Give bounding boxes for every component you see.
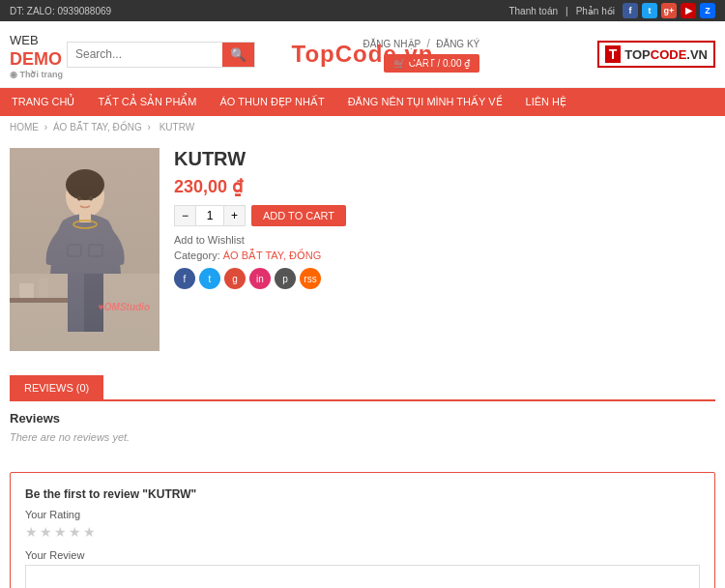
qty-cart-row: − + ADD TO CART [174,205,715,226]
svg-rect-7 [79,211,91,222]
nav-item-home[interactable]: TRANG CHỦ [0,88,86,116]
add-to-cart-button[interactable]: ADD TO CART [251,205,346,226]
rating-label: Your Rating [25,509,700,520]
product-image: ♥OMStudio [10,148,160,351]
svg-rect-4 [39,279,48,298]
product-image-svg [10,148,160,351]
share-twitter-icon[interactable]: t [199,268,220,289]
reviews-tab-item[interactable]: REVIEWS (0) [10,375,103,399]
review-form-box: Be the first to review "KUTRW" Your Rati… [10,472,715,588]
product-name: KUTRW [174,148,715,170]
product-price: 230,00 ₫ [174,176,715,197]
share-facebook-icon[interactable]: f [174,268,195,289]
star-4[interactable]: ★ [69,524,81,540]
category-link[interactable]: ÁO BẮT TAY, ĐỒNG [223,250,322,261]
no-reviews-text: There are no reviews yet. [10,431,715,443]
svg-point-8 [73,220,97,228]
breadcrumb: HOME › ÁO BẮT TAY, ĐỒNG › KUTRW [0,116,725,138]
star-3[interactable]: ★ [54,524,67,540]
topcode-brand-text: TOPCODE.VN [624,47,708,62]
breadcrumb-category[interactable]: ÁO BẮT TAY, ĐỒNG [53,122,142,132]
svg-point-11 [77,196,81,201]
star-2[interactable]: ★ [40,524,52,540]
share-rss-icon[interactable]: rss [300,268,321,289]
svg-rect-14 [89,245,102,256]
qty-plus-button[interactable]: + [224,206,245,225]
svg-rect-1 [10,274,160,351]
qty-input[interactable] [195,206,224,225]
star-5[interactable]: ★ [83,524,96,540]
site-title: TopCode.vn [292,41,434,68]
googleplus-icon[interactable]: g+ [661,3,677,18]
nav-item-shirts[interactable]: ÁO THUN ĐẸP NHẤT [209,88,336,116]
site-header: WEBDEMO◉ Thời trang 🔍 TopCode.vn ĐĂNG NH… [0,21,725,88]
svg-rect-2 [10,298,87,303]
logo: WEBDEMO◉ Thời trang [10,29,63,79]
wishlist-anchor[interactable]: Add to Wishlist [174,234,245,246]
logo-area: WEBDEMO◉ Thời trang 🔍 [10,29,255,79]
svg-point-6 [66,169,104,200]
logo-text: WEBDEMO◉ Thời trang [10,29,63,79]
share-icons: f t g in p rss [174,268,715,289]
quantity-control[interactable]: − + [174,205,246,226]
search-input[interactable] [68,43,222,67]
review-label: Your Review [25,549,700,561]
topbar-feedback-link[interactable]: Phản hồi [576,6,615,16]
search-bar[interactable]: 🔍 [67,42,255,68]
share-pinterest-icon[interactable]: p [275,268,296,289]
product-info: KUTRW 230,00 ₫ − + ADD TO CART Add to Wi… [174,148,715,351]
top-bar: DT: ZALO: 0939088069 Thanh toán | Phản h… [0,0,725,21]
svg-rect-10 [68,274,84,332]
product-section: ♥OMStudio KUTRW 230,00 ₫ − + ADD TO CART… [0,138,725,361]
nav-item-promo[interactable]: ĐĂNG NÊN TỤI MÌNH THẤY VỀ [336,88,514,116]
svg-point-12 [89,196,93,201]
topcode-logo: T TOPCODE.VN [597,41,715,68]
svg-rect-0 [10,148,160,351]
twitter-icon[interactable]: t [642,3,657,18]
review-textarea[interactable] [25,565,700,588]
qty-minus-button[interactable]: − [175,206,195,225]
star-rating[interactable]: ★ ★ ★ ★ ★ [25,524,700,540]
main-nav: TRANG CHỦ TẤT CẢ SẢN PHẨM ÁO THUN ĐẸP NH… [0,88,725,116]
reviews-section: REVIEWS (0) Reviews There are no reviews… [0,366,725,462]
review-form-title: Be the first to review "KUTRW" [25,487,700,501]
topcode-icon: T [605,45,622,63]
breadcrumb-current: KUTRW [160,122,194,132]
topbar-right: Thanh toán | Phản hồi f t g+ ▶ Z [508,3,715,18]
nav-item-contact[interactable]: LIÊN HỆ [514,88,578,116]
search-button[interactable]: 🔍 [222,43,254,67]
topbar-payment-link[interactable]: Thanh toán [508,6,558,16]
topbar-social-icons: f t g+ ▶ Z [623,3,715,18]
topbar-contact: DT: ZALO: 0939088069 [10,6,111,16]
product-watermark: ♥OMStudio [99,302,150,312]
star-1[interactable]: ★ [25,524,38,540]
youtube-icon[interactable]: ▶ [681,3,696,18]
breadcrumb-home[interactable]: HOME [10,122,39,132]
wishlist-link: Add to Wishlist [174,234,715,246]
facebook-icon[interactable]: f [623,3,638,18]
svg-point-5 [66,175,104,218]
product-image-area: ♥OMStudio [10,148,160,351]
category-label: Category: [174,250,220,261]
topbar-contact-text: DT: ZALO: 0939088069 [10,6,111,16]
reviews-tab: REVIEWS (0) [10,375,715,401]
share-instagram-icon[interactable]: in [249,268,271,289]
svg-rect-13 [68,245,81,256]
share-google-icon[interactable]: g [224,268,246,289]
category-text: Category: ÁO BẮT TAY, ĐỒNG [174,250,715,262]
reviews-title: Reviews [10,411,715,426]
register-link[interactable]: ĐĂNG KÝ [436,39,479,49]
zalo-icon[interactable]: Z [700,3,715,18]
nav-item-products[interactable]: TẤT CẢ SẢN PHẨM [86,88,208,116]
svg-rect-3 [19,283,34,298]
